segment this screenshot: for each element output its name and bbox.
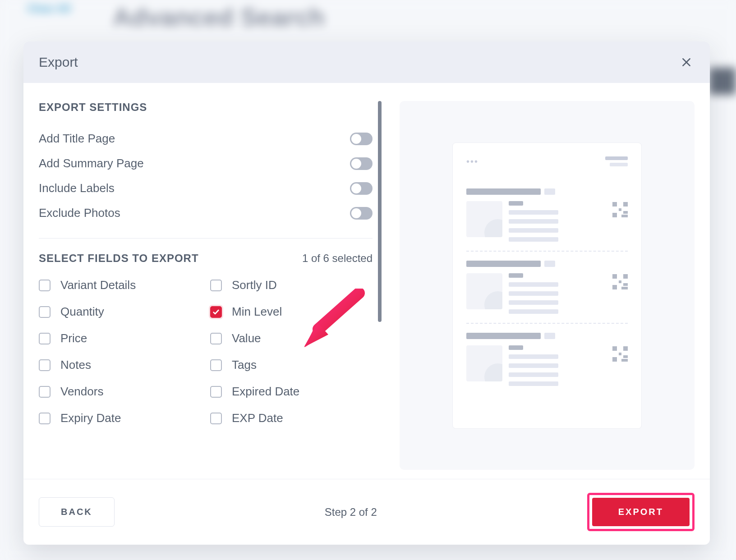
field-label: Notes bbox=[60, 358, 91, 372]
checkbox-min-level[interactable] bbox=[210, 306, 222, 318]
scrollbar-thumb[interactable] bbox=[378, 101, 382, 322]
preview-thumb-icon bbox=[466, 273, 502, 309]
toggle-knob bbox=[351, 184, 361, 193]
modal-footer: BACK Step 2 of 2 EXPORT bbox=[23, 479, 710, 545]
field-label: EXP Date bbox=[232, 411, 283, 425]
field-label: Expiry Date bbox=[60, 411, 121, 425]
preview-panel: ••• bbox=[400, 101, 695, 470]
preview-item bbox=[466, 324, 628, 395]
preview-thumb-icon bbox=[466, 345, 502, 381]
field-variant-details: Variant Details bbox=[39, 278, 201, 292]
field-label: Value bbox=[232, 331, 261, 345]
setting-add-title-page: Add Title Page bbox=[39, 126, 373, 151]
field-exp-date: EXP Date bbox=[210, 411, 373, 425]
field-value: Value bbox=[210, 331, 373, 345]
modal-overlay: Export EXPORT SETTINGS Add Title Page bbox=[0, 0, 736, 560]
scrollbar-track[interactable] bbox=[378, 101, 382, 326]
checkbox-expiry-date[interactable] bbox=[39, 413, 51, 424]
toggle-include-labels[interactable] bbox=[350, 182, 373, 195]
field-min-level: Min Level bbox=[210, 305, 373, 319]
modal-body: EXPORT SETTINGS Add Title Page Add Summa… bbox=[23, 83, 710, 479]
toggle-exclude-photos[interactable] bbox=[350, 207, 373, 220]
field-tags: Tags bbox=[210, 358, 373, 372]
toggle-add-summary-page[interactable] bbox=[350, 157, 373, 170]
setting-label: Exclude Photos bbox=[39, 206, 120, 220]
checkbox-expired-date[interactable] bbox=[210, 386, 222, 398]
export-modal: Export EXPORT SETTINGS Add Title Page bbox=[23, 41, 710, 545]
selected-count: 1 of 6 selected bbox=[302, 252, 373, 265]
field-label: Variant Details bbox=[60, 278, 136, 292]
export-button-highlight: EXPORT bbox=[587, 493, 695, 531]
toggle-knob bbox=[351, 208, 361, 218]
checkbox-tags[interactable] bbox=[210, 359, 222, 371]
select-fields-heading: SELECT FIELDS TO EXPORT bbox=[39, 252, 199, 265]
checkbox-value[interactable] bbox=[210, 333, 222, 344]
toggle-knob bbox=[351, 134, 361, 144]
field-quantity: Quantity bbox=[39, 305, 201, 319]
setting-label: Add Title Page bbox=[39, 132, 115, 146]
fields-grid: Variant Details Sortly ID Quantity bbox=[39, 278, 373, 425]
checkbox-price[interactable] bbox=[39, 333, 51, 344]
preview-item bbox=[466, 179, 628, 252]
field-notes: Notes bbox=[39, 358, 201, 372]
qr-icon bbox=[612, 274, 628, 289]
checkbox-exp-date[interactable] bbox=[210, 413, 222, 424]
field-label: Min Level bbox=[232, 305, 282, 319]
field-label: Vendors bbox=[60, 385, 103, 399]
checkbox-sortly-id[interactable] bbox=[210, 280, 222, 291]
settings-list: Add Title Page Add Summary Page Include … bbox=[39, 126, 373, 225]
field-expired-date: Expired Date bbox=[210, 385, 373, 399]
checkbox-notes[interactable] bbox=[39, 359, 51, 371]
export-button[interactable]: EXPORT bbox=[592, 498, 690, 526]
close-icon bbox=[681, 56, 692, 68]
export-options-panel: EXPORT SETTINGS Add Title Page Add Summa… bbox=[39, 101, 382, 470]
field-price: Price bbox=[39, 331, 201, 345]
checkbox-vendors[interactable] bbox=[39, 386, 51, 398]
check-icon bbox=[212, 308, 220, 316]
field-label: Expired Date bbox=[232, 385, 299, 399]
setting-include-labels: Include Labels bbox=[39, 176, 373, 201]
field-label: Tags bbox=[232, 358, 257, 372]
field-vendors: Vendors bbox=[39, 385, 201, 399]
setting-exclude-photos: Exclude Photos bbox=[39, 201, 373, 225]
field-label: Sortly ID bbox=[232, 278, 277, 292]
back-button[interactable]: BACK bbox=[39, 497, 115, 527]
export-settings-heading: EXPORT SETTINGS bbox=[39, 101, 373, 114]
setting-label: Include Labels bbox=[39, 181, 115, 195]
modal-title: Export bbox=[39, 55, 78, 70]
qr-icon bbox=[612, 346, 628, 362]
setting-label: Add Summary Page bbox=[39, 156, 144, 170]
preview-header-lines bbox=[605, 156, 628, 166]
field-label: Price bbox=[60, 331, 87, 345]
checkbox-quantity[interactable] bbox=[39, 306, 51, 318]
setting-add-summary-page: Add Summary Page bbox=[39, 151, 373, 176]
toggle-add-title-page[interactable] bbox=[350, 133, 373, 145]
step-indicator: Step 2 of 2 bbox=[325, 506, 377, 519]
modal-header: Export bbox=[23, 41, 710, 83]
toggle-knob bbox=[351, 159, 361, 169]
preview-thumb-icon bbox=[466, 201, 502, 237]
field-label: Quantity bbox=[60, 305, 104, 319]
close-button[interactable] bbox=[678, 54, 695, 70]
field-expiry-date: Expiry Date bbox=[39, 411, 201, 425]
checkbox-variant-details[interactable] bbox=[39, 280, 51, 291]
fields-header: SELECT FIELDS TO EXPORT 1 of 6 selected bbox=[39, 252, 373, 265]
preview-dots-icon: ••• bbox=[466, 156, 478, 167]
divider bbox=[39, 238, 373, 239]
preview-item bbox=[466, 252, 628, 324]
field-sortly-id: Sortly ID bbox=[210, 278, 373, 292]
preview-card: ••• bbox=[452, 142, 642, 429]
qr-icon bbox=[612, 202, 628, 217]
